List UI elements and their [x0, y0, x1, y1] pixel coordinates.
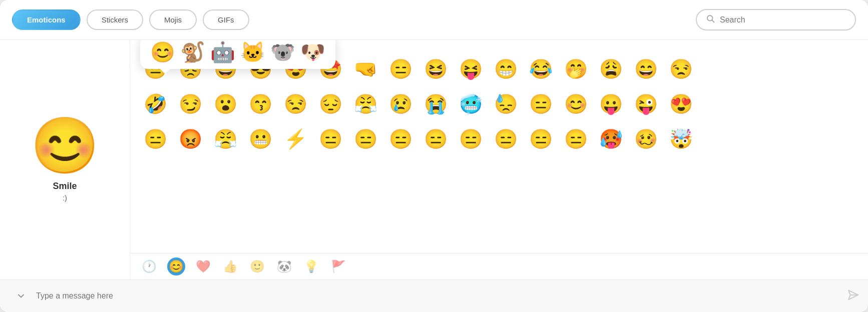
search-box [696, 9, 856, 30]
category-emoticons[interactable]: 😊 [167, 258, 185, 276]
tab-gifs[interactable]: GIFs [203, 10, 249, 30]
tab-emoticons[interactable]: Emoticons [12, 10, 81, 30]
emoji-cell[interactable]: 😏 [173, 87, 207, 121]
emoji-cell[interactable]: 😑 [138, 122, 172, 156]
emoji-cell[interactable]: 😑 [383, 122, 417, 156]
emoji-cell[interactable]: 😒 [664, 52, 698, 86]
emoji-cell[interactable]: 😍 [664, 87, 698, 121]
emoji-cell[interactable]: 😢 [383, 87, 417, 121]
emoji-cell[interactable]: ⚡ [278, 122, 312, 156]
emoji-cell[interactable]: 😮 [208, 87, 242, 121]
emoji-cell[interactable]: 😤 [208, 122, 242, 156]
emoji-cell[interactable]: 😙 [243, 87, 277, 121]
emoji-grid: 😐 😞 😄 😎 😍 🤩 🤜 😑 😆 😝 😁 😂 🤭 😩 😄 😒 [130, 50, 868, 253]
main-content: 😊 Smile :) 😊 🐒 🤖 🐱 🐨 🐶 [0, 40, 868, 280]
emoji-cell[interactable]: 😑 [489, 122, 523, 156]
category-flags[interactable]: 🚩 [329, 258, 347, 276]
emoji-cell[interactable]: 😆 [418, 52, 453, 86]
emoji-cell[interactable]: 😊 [559, 87, 593, 121]
emoji-cell[interactable]: 😑 [524, 122, 558, 156]
variant-emoji-4[interactable]: 🐱 [240, 42, 265, 62]
bottom-bar [0, 280, 868, 312]
variant-emoji-6[interactable]: 🐶 [300, 42, 325, 62]
emoji-cell[interactable]: 😜 [629, 87, 663, 121]
category-bar: 🕐 😊 ❤️ 👍 🙂 🐼 💡 🚩 [130, 253, 868, 280]
emoji-cell[interactable]: 😁 [489, 52, 523, 86]
emoji-cell[interactable]: 😡 [173, 122, 207, 156]
emoji-cell[interactable]: 🤯 [664, 122, 698, 156]
emoji-cell[interactable]: 😑 [348, 122, 382, 156]
emoji-cell[interactable]: 😑 [524, 87, 558, 121]
emoji-cell[interactable]: 😒 [278, 87, 312, 121]
message-input[interactable] [36, 292, 838, 300]
category-recent[interactable]: 🕐 [140, 258, 158, 276]
category-faces[interactable]: 🙂 [248, 258, 266, 276]
emoji-variants-popup: 😊 🐒 🤖 🐱 🐨 🐶 [140, 40, 335, 69]
emoji-cell[interactable]: 😭 [418, 87, 453, 121]
right-panel: 😊 🐒 🤖 🐱 🐨 🐶 😐 [130, 40, 868, 280]
variant-emoji-5[interactable]: 🐨 [270, 42, 295, 62]
emoji-cell[interactable]: 😂 [524, 52, 558, 86]
search-icon [706, 14, 715, 26]
send-button[interactable] [840, 286, 859, 306]
emoji-cell[interactable]: 🥵 [594, 122, 628, 156]
emoji-cell[interactable]: 😑 [418, 122, 453, 156]
emoji-row-3: 😑 😡 😤 😬 ⚡ 😑 😑 😑 😑 😑 😑 😑 😑 🥵 🥴 🤯 [138, 122, 860, 156]
emoji-cell[interactable]: 😩 [594, 52, 628, 86]
category-animals[interactable]: 🐼 [275, 258, 293, 276]
emoji-cell[interactable]: 😄 [629, 52, 663, 86]
variant-emoji-3[interactable]: 🤖 [210, 42, 235, 62]
emoji-cell[interactable]: 😓 [489, 87, 523, 121]
variant-emoji-2[interactable]: 🐒 [180, 42, 205, 62]
emoji-cell[interactable]: 😔 [313, 87, 347, 121]
emoji-cell[interactable]: 🤜 [348, 52, 382, 86]
emoji-cell[interactable]: 😑 [559, 122, 593, 156]
emoji-cell[interactable]: 😑 [383, 52, 417, 86]
emoji-cell[interactable]: 😝 [454, 52, 488, 86]
svg-line-1 [712, 20, 714, 22]
emoji-cell[interactable]: 😛 [594, 87, 628, 121]
emoji-row-2: 🤣 😏 😮 😙 😒 😔 😤 😢 😭 🥶 😓 😑 😊 😛 😜 😍 [138, 87, 860, 121]
emoji-cell[interactable]: 😬 [243, 122, 277, 156]
search-input[interactable] [720, 16, 846, 24]
collapse-button[interactable] [12, 287, 30, 305]
emoji-cell[interactable]: 😤 [348, 87, 382, 121]
featured-emoji-shortcode: :) [63, 194, 67, 202]
category-gestures[interactable]: 👍 [221, 258, 239, 276]
category-objects[interactable]: 💡 [302, 258, 320, 276]
emoji-cell[interactable]: 🥶 [454, 87, 488, 121]
tab-mojis[interactable]: Mojis [149, 10, 197, 30]
emoji-cell[interactable]: 🤭 [559, 52, 593, 86]
emoji-cell[interactable]: 😑 [454, 122, 488, 156]
tab-stickers[interactable]: Stickers [87, 10, 143, 30]
emoji-cell[interactable]: 🤣 [138, 87, 172, 121]
top-bar: Emoticons Stickers Mojis GIFs [0, 0, 868, 40]
emoji-cell[interactable]: 😑 [313, 122, 347, 156]
variant-emoji-1[interactable]: 😊 [150, 42, 175, 62]
category-hearts[interactable]: ❤️ [194, 258, 212, 276]
left-panel: 😊 Smile :) [0, 40, 130, 280]
emoji-picker: Emoticons Stickers Mojis GIFs 😊 Smile :) [0, 0, 868, 312]
featured-emoji-name: Smile [53, 181, 77, 192]
emoji-cell[interactable]: 🥴 [629, 122, 663, 156]
featured-emoji-display: 😊 [31, 118, 99, 173]
